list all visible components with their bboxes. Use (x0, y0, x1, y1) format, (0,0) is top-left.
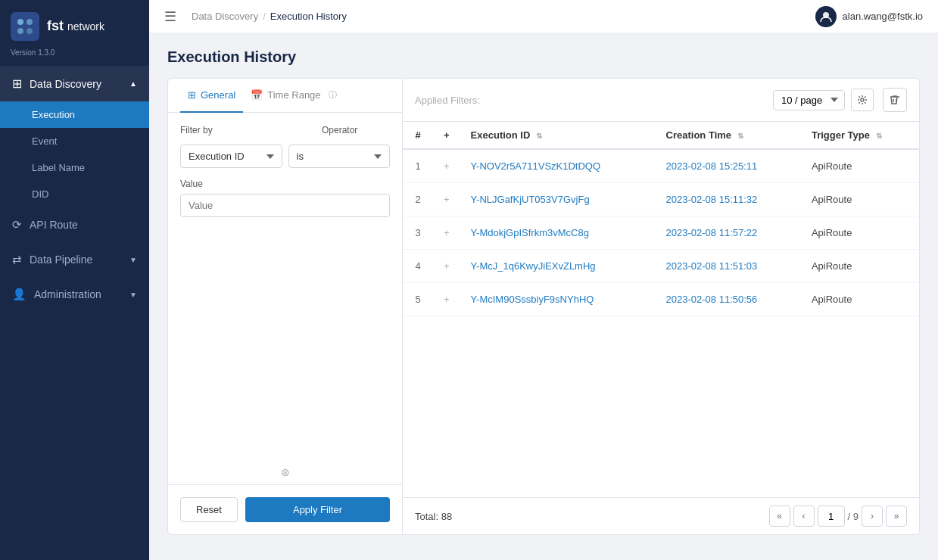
svg-point-3 (26, 28, 33, 34)
svg-point-0 (17, 19, 23, 25)
prev-page-button[interactable]: ‹ (793, 506, 815, 527)
cell-execution-id[interactable]: Y-McIM90SssbiyF9sNYhHQ (460, 283, 656, 316)
cell-trigger-type: ApiRoute (801, 283, 919, 316)
page-total: / 9 (848, 511, 859, 522)
logo-text: fst network (47, 19, 104, 34)
sidebar-sub-item-label-name[interactable]: Label Name (0, 154, 149, 181)
topbar: ☰ Data Discovery / Execution History ala… (149, 0, 938, 33)
tab-label: General (201, 89, 235, 101)
filter-by-label: Filter by (180, 125, 310, 135)
cell-execution-id[interactable]: Y-McJ_1q6KwyJiEXvZLmHg (460, 250, 656, 283)
sidebar-item-administration[interactable]: 👤 Administration ▼ (0, 277, 149, 312)
cell-execution-id[interactable]: Y-NOV2r5A711VSzK1DtDQQ (460, 149, 656, 183)
sort-icon-creation-time: ⇅ (737, 132, 743, 140)
tab-time-range[interactable]: 📅 Time Range ⓘ (243, 79, 344, 113)
sidebar-item-label: API Route (30, 219, 78, 231)
table-row: 3 + Y-MdokjGpISfrkm3vMcC8g 2023-02-08 11… (403, 216, 919, 250)
row-expand[interactable]: + (433, 183, 460, 216)
table-wrapper: # + Execution ID ⇅ Creation Time ⇅ (403, 122, 919, 497)
cell-creation-time: 2023-02-08 11:50:56 (656, 283, 801, 316)
sidebar-sub-item-event[interactable]: Event (0, 128, 149, 154)
sidebar-item-label: Data Discovery (30, 78, 101, 90)
col-trigger-type[interactable]: Trigger Type ⇅ (801, 122, 919, 149)
filter-by-select[interactable]: Execution ID Creation Time Trigger Type (180, 145, 282, 168)
svg-point-5 (861, 98, 864, 101)
filter-by-row: Filter by Operator Execution ID Creation… (180, 125, 390, 168)
execution-table: # + Execution ID ⇅ Creation Time ⇅ (403, 122, 919, 316)
row-num: 5 (403, 283, 433, 316)
table-row: 4 + Y-McJ_1q6KwyJiEXvZLmHg 2023-02-08 11… (403, 250, 919, 283)
value-input[interactable] (180, 194, 390, 217)
first-page-button[interactable]: « (769, 506, 790, 527)
calendar-icon: 📅 (251, 89, 263, 101)
sidebar-item-data-discovery[interactable]: ⊞ Data Discovery ▲ (0, 66, 149, 101)
table-panel: Applied Filters: 10 / page 20 / page 50 … (403, 79, 919, 534)
chevron-down-icon: ▼ (129, 256, 137, 264)
topbar-left: ☰ Data Discovery / Execution History (164, 8, 347, 25)
page-size-select[interactable]: 10 / page 20 / page 50 / page (773, 90, 845, 110)
general-tab-icon: ⊞ (188, 89, 196, 101)
table-header-bar: Applied Filters: 10 / page 20 / page 50 … (403, 79, 919, 122)
cell-trigger-type: ApiRoute (801, 216, 919, 250)
breadcrumb-current: Execution History (270, 11, 347, 22)
table-row: 2 + Y-NLJGafKjUT053V7GvjFg 2023-02-08 15… (403, 183, 919, 216)
filter-actions: Reset Apply Filter (168, 484, 402, 534)
sidebar-sub-item-did[interactable]: DID (0, 181, 149, 207)
link-icon: ⟳ (12, 218, 22, 232)
operator-select[interactable]: is is not contains (288, 145, 391, 168)
chevron-up-icon: ▲ (129, 79, 137, 88)
pagination: « ‹ / 9 › » (769, 506, 907, 527)
cell-execution-id[interactable]: Y-MdokjGpISfrkm3vMcC8g (460, 216, 656, 250)
apply-filter-button[interactable]: Apply Filter (245, 497, 390, 522)
sidebar-sub-item-execution[interactable]: Execution (0, 101, 149, 128)
sidebar: fst network Version 1.3.0 ⊞ Data Discove… (0, 0, 149, 560)
table-footer: Total: 88 « ‹ / 9 › » (403, 497, 919, 534)
user-email: alan.wang@fstk.io (843, 11, 923, 22)
sidebar-item-data-pipeline[interactable]: ⇄ Data Pipeline ▼ (0, 242, 149, 277)
next-page-button[interactable]: › (862, 506, 883, 527)
main-area: ☰ Data Discovery / Execution History ala… (149, 0, 938, 560)
cell-creation-time: 2023-02-08 11:57:22 (656, 216, 801, 250)
filter-body: Filter by Operator Execution ID Creation… (168, 113, 402, 463)
table-controls: 10 / page 20 / page 50 / page (773, 88, 907, 112)
sidebar-item-label: Administration (34, 288, 101, 300)
version-label: Version 1.3.0 (0, 48, 149, 66)
last-page-button[interactable]: » (886, 506, 907, 527)
grid-icon: ⊞ (12, 76, 22, 91)
svg-point-1 (26, 19, 33, 25)
sort-icon-trigger-type: ⇅ (876, 132, 882, 140)
hamburger-icon[interactable]: ☰ (164, 8, 176, 25)
applied-filters-label: Applied Filters: (415, 95, 480, 106)
row-num: 1 (403, 149, 433, 183)
logo-area: fst network (0, 0, 149, 48)
sidebar-item-label: Data Pipeline (30, 254, 92, 266)
row-expand[interactable]: + (433, 283, 460, 316)
settings-button[interactable] (851, 89, 874, 111)
total-label: Total: 88 (415, 511, 452, 522)
filter-select-row: Execution ID Creation Time Trigger Type … (180, 145, 390, 168)
cell-creation-time: 2023-02-08 11:51:03 (656, 250, 801, 283)
topbar-right: alan.wang@fstk.io (815, 6, 923, 27)
col-creation-time[interactable]: Creation Time ⇅ (656, 122, 801, 149)
sidebar-item-api-route[interactable]: ⟳ API Route (0, 207, 149, 242)
info-icon: ⓘ (329, 89, 337, 101)
tab-general[interactable]: ⊞ General (180, 79, 243, 113)
page-input[interactable] (818, 506, 845, 527)
cell-trigger-type: ApiRoute (801, 250, 919, 283)
row-num: 2 (403, 183, 433, 216)
row-expand[interactable]: + (433, 149, 460, 183)
cell-execution-id[interactable]: Y-NLJGafKjUT053V7GvjFg (460, 183, 656, 216)
breadcrumb-separator: / (263, 11, 266, 22)
chevron-down-icon: ▼ (129, 291, 137, 299)
breadcrumb-parent[interactable]: Data Discovery (192, 11, 258, 22)
cell-trigger-type: ApiRoute (801, 149, 919, 183)
cell-trigger-type: ApiRoute (801, 183, 919, 216)
col-execution-id[interactable]: Execution ID ⇅ (460, 122, 656, 149)
page-content: Execution History ⊞ General 📅 Time Range… (149, 33, 938, 560)
row-expand[interactable]: + (433, 216, 460, 250)
clear-filters-button[interactable] (883, 88, 907, 112)
row-expand[interactable]: + (433, 250, 460, 283)
svg-point-2 (17, 28, 23, 34)
table-row: 5 + Y-McIM90SssbiyF9sNYhHQ 2023-02-08 11… (403, 283, 919, 316)
reset-button[interactable]: Reset (180, 497, 238, 522)
